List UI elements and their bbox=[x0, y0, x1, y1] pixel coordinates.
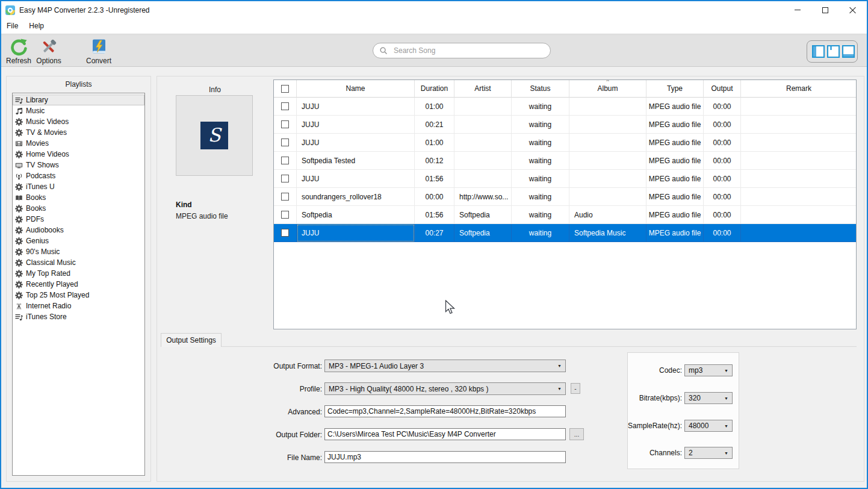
window-title: Easy M4P Converter 2.2.3 -Unregistered bbox=[19, 6, 150, 14]
column-header-type[interactable]: Type bbox=[646, 80, 704, 98]
bitrate-value: 320 bbox=[689, 394, 722, 402]
sidebar-item-classical-music[interactable]: Classical Music bbox=[13, 257, 144, 268]
maximize-button[interactable] bbox=[811, 1, 839, 19]
layout-left-panel-icon[interactable] bbox=[812, 45, 825, 58]
menu-file[interactable]: File bbox=[1, 19, 23, 33]
sidebar-item-itunes-u[interactable]: iTunes U bbox=[13, 181, 144, 192]
table-row[interactable]: JUJU01:00waitingMPEG audio file00:00 bbox=[274, 98, 856, 116]
browse-folder-button[interactable]: ... bbox=[569, 428, 584, 440]
row-checkbox[interactable] bbox=[281, 175, 289, 182]
sidebar-item-tv-movies[interactable]: TV & Movies bbox=[13, 127, 144, 138]
sidebar-item-label: Internet Radio bbox=[26, 302, 71, 310]
sidebar-item-90-s-music[interactable]: 90's Music bbox=[13, 246, 144, 257]
sidebar-item-label: Books bbox=[26, 193, 46, 202]
select-all-header-cell[interactable] bbox=[274, 80, 297, 98]
search-input[interactable] bbox=[392, 46, 544, 55]
refresh-button[interactable]: Refresh bbox=[4, 36, 34, 66]
sidebar-item-audiobooks[interactable]: Audiobooks bbox=[13, 225, 144, 235]
samplerate-dropdown[interactable]: 48000▼ bbox=[684, 420, 733, 432]
column-header-artist[interactable]: Artist bbox=[454, 80, 512, 98]
close-button[interactable] bbox=[839, 1, 867, 19]
bitrate-dropdown[interactable]: 320▼ bbox=[684, 392, 733, 404]
sidebar-item-genius[interactable]: Genius bbox=[13, 235, 144, 246]
sidebar-item-label: Home Videos bbox=[26, 150, 69, 158]
layout-top-panel-icon[interactable] bbox=[827, 45, 840, 58]
cell-name: JUJU bbox=[297, 98, 415, 116]
channels-dropdown[interactable]: 2▼ bbox=[684, 447, 733, 459]
cell-name: JUJU bbox=[297, 116, 415, 134]
cell-remark bbox=[741, 224, 857, 242]
column-header-remark[interactable]: Remark bbox=[741, 80, 857, 98]
sidebar-item-my-top-rated[interactable]: My Top Rated bbox=[13, 268, 144, 279]
column-header-duration[interactable]: Duration bbox=[415, 80, 454, 98]
minimize-button[interactable] bbox=[784, 1, 811, 19]
output-format-dropdown[interactable]: MP3 - MPEG-1 Audio Layer 3 ▼ bbox=[324, 360, 566, 372]
file-name-input[interactable] bbox=[324, 451, 566, 463]
sidebar-item-label: iTunes Store bbox=[26, 313, 67, 321]
cell-remark bbox=[741, 98, 857, 116]
cell-remark bbox=[741, 152, 857, 170]
profile-edit-button[interactable]: - bbox=[571, 383, 580, 394]
profile-label: Profile: bbox=[220, 385, 322, 393]
codec-dropdown[interactable]: mp3▼ bbox=[684, 364, 733, 376]
layout-bottom-panel-icon[interactable] bbox=[842, 45, 855, 58]
row-checkbox[interactable] bbox=[281, 193, 289, 201]
profile-dropdown[interactable]: MP3 - High Quality( 48000 Hz, stereo , 3… bbox=[324, 382, 566, 395]
cell-remark bbox=[741, 170, 857, 188]
column-header-status[interactable]: Status bbox=[512, 80, 569, 98]
select-all-checkbox[interactable] bbox=[281, 85, 289, 93]
row-checkbox[interactable] bbox=[281, 211, 289, 219]
cell-name: JUJU bbox=[297, 224, 415, 242]
advanced-input[interactable] bbox=[324, 405, 566, 417]
sidebar-item-music-videos[interactable]: Music Videos bbox=[13, 116, 144, 127]
row-select-cell bbox=[274, 206, 297, 224]
tab-output-settings[interactable]: Output Settings bbox=[161, 333, 222, 347]
convert-button[interactable]: Convert bbox=[82, 36, 116, 66]
cell-output: 00:00 bbox=[704, 206, 741, 224]
row-checkbox[interactable] bbox=[281, 120, 289, 128]
sidebar-item-recently-played[interactable]: Recently Played bbox=[13, 279, 144, 290]
kind-value: MPEG audio file bbox=[176, 212, 228, 220]
codec-field-samplerate: SampleRate(hz):48000▼ bbox=[628, 420, 733, 432]
cell-type: MPEG audio file bbox=[646, 188, 704, 206]
sidebar-item-movies[interactable]: Movies bbox=[13, 138, 144, 149]
table-row[interactable]: JUJU01:56waitingMPEG audio file00:00 bbox=[274, 170, 856, 188]
sidebar-item-home-videos[interactable]: Home Videos bbox=[13, 149, 144, 160]
search-box[interactable] bbox=[373, 43, 551, 58]
table-row[interactable]: JUJU01:00waitingMPEG audio file00:00 bbox=[274, 134, 856, 152]
sidebar-item-top-25-most-played[interactable]: Top 25 Most Played bbox=[13, 290, 144, 301]
sidebar-item-tv-shows[interactable]: TV Shows bbox=[13, 160, 144, 170]
output-folder-input[interactable] bbox=[324, 428, 566, 440]
cell-name: soundrangers_rollover18 bbox=[297, 188, 415, 206]
bitrate-label: Bitrate(kbps): bbox=[639, 394, 682, 402]
row-checkbox[interactable] bbox=[281, 157, 289, 164]
sidebar-item-internet-radio[interactable]: Internet Radio bbox=[13, 301, 144, 311]
song-table: NameDurationArtistStatusAlbum^TypeOutput… bbox=[273, 79, 857, 329]
table-row[interactable]: JUJU00:21waitingMPEG audio file00:00 bbox=[274, 116, 856, 134]
sidebar-item-itunes-store[interactable]: iTunes Store bbox=[13, 311, 144, 322]
sidebar-item-podcasts[interactable]: Podcasts bbox=[13, 170, 144, 181]
table-row[interactable]: JUJU00:27SoftpediawaitingSoftpedia Music… bbox=[274, 224, 856, 242]
refresh-label: Refresh bbox=[6, 57, 31, 65]
column-header-output[interactable]: Output bbox=[704, 80, 741, 98]
cell-output: 00:00 bbox=[704, 170, 741, 188]
menu-help[interactable]: Help bbox=[23, 19, 49, 33]
cell-album bbox=[569, 116, 646, 134]
table-row[interactable]: Softpedia Tested00:12waitingMPEG audio f… bbox=[274, 152, 856, 170]
convert-icon bbox=[90, 38, 108, 56]
column-header-album[interactable]: Album^ bbox=[569, 80, 646, 98]
row-checkbox[interactable] bbox=[281, 229, 289, 237]
row-checkbox[interactable] bbox=[281, 139, 289, 146]
table-row[interactable]: Softpedia01:56SoftpediawaitingAudioMPEG … bbox=[274, 206, 856, 224]
column-header-name[interactable]: Name bbox=[297, 80, 415, 98]
playlist-icon bbox=[14, 96, 23, 104]
sidebar-item-pdfs[interactable]: PDFs bbox=[13, 214, 144, 225]
options-button[interactable]: Options bbox=[34, 36, 64, 66]
gear-icon bbox=[14, 118, 23, 126]
row-checkbox[interactable] bbox=[281, 102, 289, 110]
sidebar-item-books[interactable]: Books bbox=[13, 203, 144, 214]
sidebar-item-music[interactable]: Music bbox=[13, 105, 144, 116]
sidebar-item-library[interactable]: Library bbox=[13, 95, 144, 105]
table-row[interactable]: soundrangers_rollover1800:00http://www.s… bbox=[274, 188, 856, 206]
sidebar-item-books[interactable]: Books bbox=[13, 192, 144, 203]
